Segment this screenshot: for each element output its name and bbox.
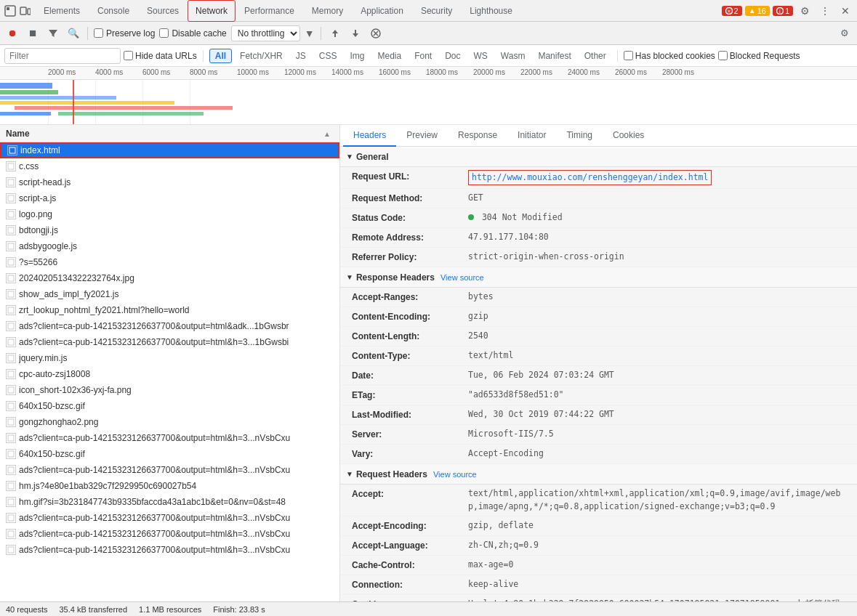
file-name-3: script-a.js bbox=[19, 193, 337, 203]
file-row-11[interactable]: ads?client=ca-pub-14215323126637700&outp… bbox=[0, 318, 339, 334]
has-blocked-cookies-checkbox[interactable] bbox=[624, 51, 633, 60]
request-headers-section-header[interactable]: ▼ Request Headers View source bbox=[340, 464, 857, 485]
has-blocked-cookies-label[interactable]: Has blocked cookies bbox=[624, 51, 715, 61]
file-row-19[interactable]: 640x150-bzsc.gif bbox=[0, 446, 339, 462]
upload-icon[interactable] bbox=[327, 25, 343, 41]
hide-data-url-checkbox[interactable] bbox=[124, 51, 133, 60]
filter-font-button[interactable]: Font bbox=[409, 49, 437, 62]
request-url-row: Request URL: http://www.mouxiao.com/rens… bbox=[340, 167, 857, 189]
record-button[interactable]: ⏺ bbox=[4, 25, 20, 41]
toolbar-divider-2 bbox=[321, 27, 321, 40]
file-row-24[interactable]: ads?client=ca-pub-14215323126637700&outp… bbox=[0, 526, 339, 542]
file-row-14[interactable]: cpc-auto-zsj18008 bbox=[0, 366, 339, 382]
svg-rect-28 bbox=[8, 451, 14, 457]
file-row-15[interactable]: icon_short-102x36-yxj-fa.png bbox=[0, 382, 339, 398]
preserve-log-checkbox[interactable] bbox=[94, 28, 103, 38]
search-button[interactable]: 🔍 bbox=[65, 25, 81, 41]
status-resources: 1.1 MB resources bbox=[139, 605, 201, 614]
file-row-22[interactable]: hm.gif?si=3b231847743b9335bfaccda43a1abc… bbox=[0, 494, 339, 510]
file-row-12[interactable]: ads?client=ca-pub-14215323126637700&outp… bbox=[0, 334, 339, 350]
device-toggle-icon[interactable] bbox=[17, 5, 32, 17]
filter-css-button[interactable]: CSS bbox=[314, 49, 342, 62]
disable-cache-label[interactable]: Disable cache bbox=[159, 28, 226, 38]
file-icon-6 bbox=[6, 241, 16, 251]
file-row-23[interactable]: ads?client=ca-pub-14215323126637700&outp… bbox=[0, 510, 339, 526]
svg-rect-10 bbox=[8, 163, 14, 169]
file-row-0[interactable]: index.html bbox=[0, 142, 339, 158]
response-headers-section-header[interactable]: ▼ Response Headers View source bbox=[340, 267, 857, 288]
more-options-icon[interactable]: ⋮ bbox=[816, 2, 834, 20]
general-section-header[interactable]: ▼ General bbox=[340, 147, 857, 167]
file-row-3[interactable]: script-a.js bbox=[0, 190, 339, 206]
clear-icon[interactable] bbox=[368, 25, 384, 41]
file-row-1[interactable]: c.css bbox=[0, 158, 339, 174]
disable-cache-checkbox[interactable] bbox=[159, 28, 169, 38]
filter-wasm-button[interactable]: Wasm bbox=[496, 49, 531, 62]
network-settings-icon[interactable]: ⚙ bbox=[837, 25, 853, 41]
tab-lighthouse[interactable]: Lighthouse bbox=[461, 0, 521, 22]
tab-sources[interactable]: Sources bbox=[138, 0, 188, 22]
request-view-source-link[interactable]: View source bbox=[433, 470, 477, 479]
file-row-5[interactable]: bdtongji.js bbox=[0, 222, 339, 238]
tab-response[interactable]: Response bbox=[448, 125, 507, 147]
file-name-2: script-head.js bbox=[19, 177, 337, 187]
filter-doc-button[interactable]: Doc bbox=[440, 49, 465, 62]
tab-initiator[interactable]: Initiator bbox=[507, 125, 556, 147]
inspect-icon[interactable] bbox=[3, 5, 17, 17]
file-row-16[interactable]: 640x150-bzsc.gif bbox=[0, 398, 339, 414]
tab-preview[interactable]: Preview bbox=[396, 125, 448, 147]
file-row-25[interactable]: ads?client=ca-pub-14215323126637700&outp… bbox=[0, 542, 339, 558]
file-name-13: jquery.min.js bbox=[19, 353, 337, 363]
tab-headers[interactable]: Headers bbox=[343, 125, 396, 147]
file-row-2[interactable]: script-head.js bbox=[0, 174, 339, 190]
file-row-9[interactable]: show_ads_impl_fy2021.js bbox=[0, 286, 339, 302]
filter-media-button[interactable]: Media bbox=[372, 49, 406, 62]
stop-button[interactable]: ⏹ bbox=[25, 25, 41, 41]
file-row-18[interactable]: ads?client=ca-pub-14215323126637700&outp… bbox=[0, 430, 339, 446]
blocked-requests-label[interactable]: Blocked Requests bbox=[718, 51, 800, 61]
close-devtools-icon[interactable]: ✕ bbox=[837, 2, 854, 20]
tab-timing[interactable]: Timing bbox=[556, 125, 603, 147]
svg-rect-13 bbox=[8, 211, 14, 217]
filter-manifest-button[interactable]: Manifest bbox=[533, 49, 576, 62]
file-row-8[interactable]: 20240205134322232764x.jpg bbox=[0, 270, 339, 286]
tab-console[interactable]: Console bbox=[89, 0, 138, 22]
tab-elements[interactable]: Elements bbox=[35, 0, 89, 22]
ruler-10000ms: 10000 ms bbox=[237, 68, 269, 76]
hide-data-url-label[interactable]: Hide data URLs bbox=[124, 51, 197, 61]
file-name-1: c.css bbox=[19, 161, 337, 171]
preserve-log-label[interactable]: Preserve log bbox=[94, 28, 155, 38]
response-view-source-link[interactable]: View source bbox=[440, 273, 484, 282]
tab-memory[interactable]: Memory bbox=[303, 0, 352, 22]
filter-icon-button[interactable] bbox=[45, 25, 61, 41]
svg-rect-20 bbox=[8, 323, 14, 329]
file-row-10[interactable]: zrt_lookup_nohtml_fy2021.html?hello=worl… bbox=[0, 302, 339, 318]
file-row-21[interactable]: hm.js?4e80e1bab329c7f2929950c690027b54 bbox=[0, 478, 339, 494]
filter-ws-button[interactable]: WS bbox=[469, 49, 493, 62]
file-row-17[interactable]: gongzhonghao2.png bbox=[0, 414, 339, 430]
import-icon[interactable] bbox=[347, 25, 363, 41]
file-row-7[interactable]: ?s=55266 bbox=[0, 254, 339, 270]
filter-js-button[interactable]: JS bbox=[291, 49, 311, 62]
filter-other-button[interactable]: Other bbox=[579, 49, 611, 62]
tab-cookies[interactable]: Cookies bbox=[603, 125, 654, 147]
blocked-requests-checkbox[interactable] bbox=[718, 51, 728, 60]
settings-icon[interactable]: ⚙ bbox=[796, 2, 813, 20]
filter-input[interactable] bbox=[4, 48, 121, 64]
resp-date-key: Date: bbox=[352, 369, 468, 382]
file-row-4[interactable]: logo.png bbox=[0, 206, 339, 222]
filter-all-button[interactable]: All bbox=[209, 49, 232, 63]
file-row-6[interactable]: adsbygoogle.js bbox=[0, 238, 339, 254]
tab-security[interactable]: Security bbox=[412, 0, 461, 22]
filter-img-button[interactable]: Img bbox=[345, 49, 369, 62]
tab-network[interactable]: Network bbox=[188, 0, 236, 22]
throttle-select[interactable]: No throttling bbox=[231, 25, 300, 41]
file-name-9: show_ads_impl_fy2021.js bbox=[19, 289, 337, 299]
tab-performance[interactable]: Performance bbox=[236, 0, 303, 22]
filter-fetchxhr-button[interactable]: Fetch/XHR bbox=[235, 49, 288, 62]
ruler-14000ms: 14000 ms bbox=[331, 68, 363, 76]
resp-content-length-row: Content-Length: 2540 bbox=[340, 327, 857, 346]
file-row-20[interactable]: ads?client=ca-pub-14215323126637700&outp… bbox=[0, 462, 339, 478]
tab-application[interactable]: Application bbox=[352, 0, 412, 22]
file-row-13[interactable]: jquery.min.js bbox=[0, 350, 339, 366]
